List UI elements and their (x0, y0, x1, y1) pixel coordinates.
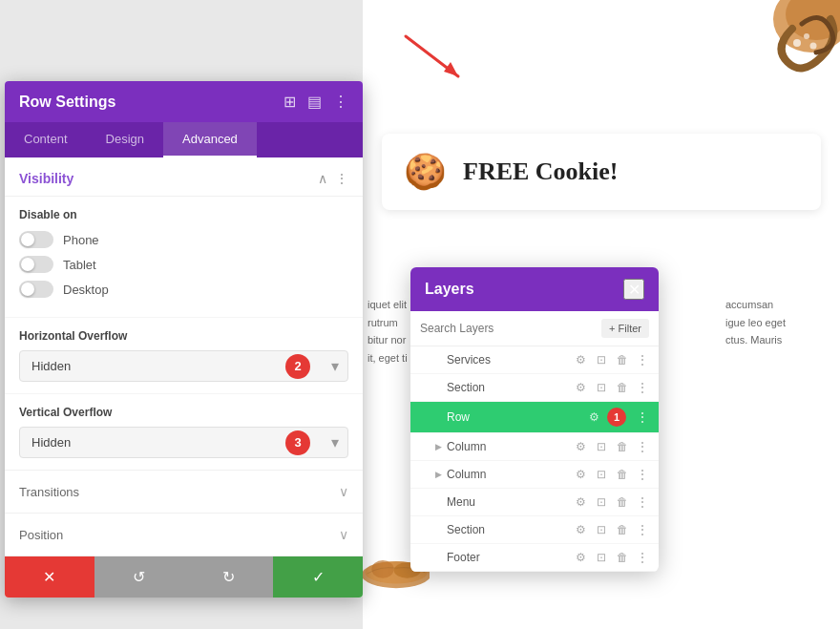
more-icon[interactable]: ⋮ (636, 467, 649, 482)
trash-icon[interactable]: 🗑 (615, 523, 630, 536)
panel-header-icons: ⊞ ▤ ⋮ (284, 93, 348, 111)
cancel-button[interactable]: ✕ (5, 556, 94, 598)
gear-icon[interactable]: ⚙ (573, 381, 588, 394)
layer-actions: ⚙ ⊡ 🗑 ⋮ (573, 494, 649, 510)
layers-header: Layers ✕ (410, 267, 659, 311)
gear-icon[interactable]: ⚙ (573, 440, 588, 453)
more-options-icon[interactable]: ⋮ (335, 171, 348, 186)
vertical-overflow-label: Vertical Overflow (19, 406, 348, 419)
gear-icon[interactable]: ⚙ (573, 468, 588, 481)
layer-item-footer[interactable]: Footer ⚙ ⊡ 🗑 ⋮ (410, 544, 659, 572)
layer-item-column-1[interactable]: ▶ Column ⚙ ⊡ 🗑 ⋮ (410, 433, 659, 461)
vertical-overflow-section: Vertical Overflow Hidden Visible Scroll … (5, 393, 363, 470)
copy-icon[interactable]: ⊡ (594, 551, 609, 564)
trash-icon[interactable]: 🗑 (615, 440, 630, 453)
gear-icon[interactable]: ⚙ (573, 523, 588, 536)
trash-icon[interactable]: 🗑 (615, 551, 630, 564)
more-icon[interactable]: ⋮ (636, 352, 649, 367)
visibility-title: Visibility (19, 171, 74, 186)
vertical-overflow-select[interactable]: Hidden Visible Scroll Auto (19, 427, 348, 458)
layer-actions: ⚙ ⊡ 🗑 ⋮ (573, 380, 649, 395)
layer-item-menu[interactable]: Menu ⚙ ⊡ 🗑 ⋮ (410, 489, 659, 516)
disable-on-subsection: Disable on Phone Tablet Desktop (5, 197, 363, 317)
more-icon[interactable]: ⋮ (636, 522, 649, 537)
gear-icon[interactable]: ⚙ (573, 353, 588, 367)
phone-toggle[interactable] (19, 231, 53, 248)
position-accordion[interactable]: Position ∨ (5, 513, 363, 556)
more-icon[interactable]: ⋮ (636, 494, 649, 510)
copy-icon[interactable]: ⊡ (594, 468, 609, 481)
disable-on-title: Disable on (19, 208, 348, 221)
desktop-toggle[interactable] (19, 281, 53, 298)
svg-point-4 (810, 43, 817, 50)
row-badge: 1 (607, 408, 626, 427)
more-icon[interactable]: ⋮ (636, 439, 649, 454)
layer-name-services: Services (447, 353, 573, 367)
more-icon[interactable]: ⋮ (333, 93, 348, 111)
trash-icon[interactable]: 🗑 (615, 468, 630, 481)
gear-icon[interactable]: ⚙ (586, 410, 601, 424)
columns-icon[interactable]: ▤ (307, 93, 322, 111)
pretzel-decoration (745, 0, 840, 76)
cookie-text: FREE Cookie! (463, 157, 619, 186)
desktop-toggle-row: Desktop (19, 281, 348, 298)
copy-icon[interactable]: ⊡ (594, 523, 609, 536)
more-icon[interactable]: ⋮ (636, 550, 649, 565)
svg-point-9 (371, 560, 393, 578)
tablet-toggle[interactable] (19, 256, 53, 273)
tab-design[interactable]: Design (87, 122, 163, 157)
layer-collapse-icon[interactable]: ▶ (435, 470, 447, 479)
copy-icon[interactable]: ⊡ (594, 353, 609, 367)
trash-icon[interactable]: 🗑 (615, 495, 630, 509)
horizontal-overflow-label: Horizontal Overflow (19, 329, 348, 343)
copy-icon[interactable]: ⊡ (594, 381, 609, 394)
layers-search-input[interactable] (420, 322, 594, 335)
gear-icon[interactable]: ⚙ (573, 551, 588, 564)
body-text-right: accumsan igue leo eget ctus. Mauris (725, 296, 821, 349)
layers-filter-button[interactable]: + Filter (601, 319, 649, 338)
panel-footer: ✕ ↺ ↻ ✓ (5, 556, 363, 598)
cookie-banner: 🍪 FREE Cookie! (382, 134, 821, 210)
copy-icon[interactable]: ⊡ (594, 440, 609, 453)
transitions-accordion[interactable]: Transitions ∨ (5, 470, 363, 513)
cookie-icon: 🍪 (401, 148, 449, 196)
layer-name-section1: Section (447, 381, 573, 394)
save-button[interactable]: ✓ (273, 556, 363, 598)
horizontal-overflow-select[interactable]: Hidden Visible Scroll Auto (19, 350, 348, 382)
panel-body: Visibility ∧ ⋮ Disable on Phone Tablet D… (5, 157, 363, 598)
trash-icon[interactable]: 🗑 (615, 381, 630, 394)
expand-icon[interactable]: ⊞ (284, 93, 296, 111)
layers-list: Services ⚙ ⊡ 🗑 ⋮ Section ⚙ ⊡ 🗑 ⋮ R (410, 346, 659, 572)
copy-icon[interactable]: ⊡ (594, 495, 609, 509)
layer-name-column2: Column (447, 468, 573, 481)
tab-advanced[interactable]: Advanced (163, 122, 257, 157)
layer-item-section-2[interactable]: Section ⚙ ⊡ 🗑 ⋮ (410, 516, 659, 544)
tab-content[interactable]: Content (5, 122, 87, 157)
layer-item-row[interactable]: Row ⚙ 1 ⋮ (410, 402, 659, 433)
trash-icon[interactable]: 🗑 (615, 353, 630, 367)
layer-item-column-2[interactable]: ▶ Column ⚙ ⊡ 🗑 ⋮ (410, 461, 659, 489)
transitions-chevron-icon: ∨ (339, 484, 348, 499)
undo-button[interactable]: ↺ (94, 556, 184, 598)
layer-actions: ⚙ 1 ⋮ (586, 408, 649, 427)
desktop-label: Desktop (63, 283, 109, 297)
vertical-overflow-wrapper: Hidden Visible Scroll Auto 3 ▾ (19, 427, 348, 458)
panel-title: Row Settings (19, 94, 116, 111)
more-icon[interactable]: ⋮ (636, 409, 649, 425)
layers-close-button[interactable]: ✕ (623, 279, 644, 300)
layer-name-footer: Footer (447, 551, 573, 564)
layer-item-services[interactable]: Services ⚙ ⊡ 🗑 ⋮ (410, 346, 659, 374)
layer-collapse-icon[interactable]: ▶ (435, 442, 447, 451)
transitions-label: Transitions (19, 485, 79, 499)
panel-tabs: Content Design Advanced (5, 122, 363, 157)
layer-name-menu: Menu (447, 495, 573, 509)
layer-name-column1: Column (447, 440, 573, 453)
layer-actions: ⚙ ⊡ 🗑 ⋮ (573, 522, 649, 537)
chevron-up-icon[interactable]: ∧ (318, 171, 327, 186)
layer-actions: ⚙ ⊡ 🗑 ⋮ (573, 467, 649, 482)
layer-item-section-1[interactable]: Section ⚙ ⊡ 🗑 ⋮ (410, 374, 659, 402)
panel-header: Row Settings ⊞ ▤ ⋮ (5, 81, 363, 122)
gear-icon[interactable]: ⚙ (573, 495, 588, 509)
more-icon[interactable]: ⋮ (636, 380, 649, 395)
redo-button[interactable]: ↻ (184, 556, 274, 598)
